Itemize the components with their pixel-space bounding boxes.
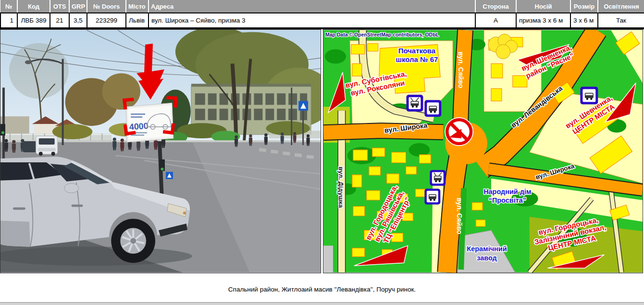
trolleybus-stop-icon <box>406 95 423 111</box>
cell-city: Львів <box>126 13 149 28</box>
map-label-didushka: вул. Дідушка <box>337 167 345 208</box>
cell-code: ЛВБ 389 <box>17 13 50 28</box>
table-row: 1 ЛВБ 389 21 3,5 223299 Львів вул. Широк… <box>0 13 644 28</box>
location-description: Спальний район, Житлоаий масив ''Леванді… <box>0 284 644 295</box>
col-header-lighting: Освітлення <box>598 0 644 13</box>
location-photo: 4000 <box>0 29 321 273</box>
street-photo: 4000 <box>0 30 321 273</box>
col-header-size: Розмір <box>570 0 598 13</box>
bus-stop-icon <box>424 100 441 117</box>
table-header-row: № Код OTS GRP № Doors Місто Адреса Сторо… <box>0 0 644 13</box>
bus-stop-icon <box>580 86 598 104</box>
col-header-code: Код <box>17 0 50 13</box>
cell-ots: 21 <box>50 13 69 28</box>
billboard-price: 4000 <box>129 121 149 132</box>
col-header-grp: GRP <box>69 0 87 13</box>
location-map: Map Data © OpenStreetMap contributors, O… <box>323 29 643 273</box>
bottom-scrollbar-track[interactable] <box>0 302 644 305</box>
map-label-syaivo-bottom: вул. Сяйво <box>456 198 463 234</box>
col-header-number: № <box>0 0 17 13</box>
bus-stop-icon <box>424 189 440 205</box>
map-label-narodnyi-dim: Народний дім“Просвіта” <box>483 188 531 204</box>
cell-lighting: Так <box>598 13 644 28</box>
map-label-school: Початковашкола № 67 <box>396 47 438 63</box>
cell-size: 3 х 6 м <box>570 13 598 28</box>
col-header-address: Адреса <box>149 0 475 13</box>
cell-carrier: призма 3 х 6 м <box>516 13 570 28</box>
cell-number: 1 <box>0 13 17 28</box>
cell-doors: 223299 <box>87 13 126 28</box>
col-header-carrier: Носій <box>516 0 570 13</box>
col-header-ots: OTS <box>50 0 69 13</box>
col-header-doors: № Doors <box>87 0 126 13</box>
cell-side: А <box>475 13 516 28</box>
col-header-city: Місто <box>126 0 149 13</box>
street-map: Map Data © OpenStreetMap contributors, O… <box>323 30 643 273</box>
billboard-listing-table: № Код OTS GRP № Doors Місто Адреса Сторо… <box>0 0 644 29</box>
cell-grp: 3,5 <box>69 13 87 28</box>
cell-address: вул. Широка – Сяйво, призма 3 <box>149 13 475 28</box>
map-attribution: Map Data © OpenStreetMap contributors, O… <box>325 32 439 37</box>
trolleybus-stop-icon <box>430 170 446 186</box>
col-header-side: Сторона <box>475 0 516 13</box>
map-label-syaivo-top: вул. Сяйво <box>457 51 465 88</box>
billboard-position-marker <box>445 117 473 146</box>
